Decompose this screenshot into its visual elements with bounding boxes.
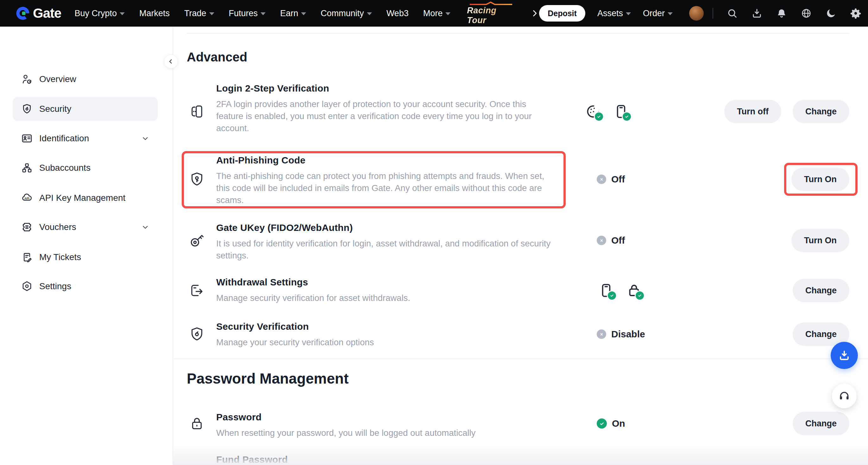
section-divider	[173, 358, 868, 359]
avatar[interactable]	[689, 6, 704, 21]
turn-off-button[interactable]: Turn off	[724, 100, 781, 123]
password-management-section-title: Password Management	[187, 370, 348, 387]
row-title: Anti-Phishing Code	[216, 155, 544, 166]
status: Off	[597, 235, 625, 246]
change-button[interactable]: Change	[793, 100, 849, 123]
verified-check-icon	[635, 290, 645, 300]
api-cloud-icon: API	[21, 192, 33, 204]
chevron-down-icon	[445, 12, 451, 15]
support-headset-fab[interactable]	[832, 384, 857, 408]
gear-icon[interactable]	[850, 8, 861, 19]
sidebar: Overview Security Identification Subacco…	[0, 27, 173, 465]
desc-line: feature is enabled, you must enter a ver…	[216, 110, 532, 122]
turn-on-button[interactable]: Turn On	[792, 168, 849, 191]
security-row-withdrawal-settings: Withdrawal Settings Manage security veri…	[187, 273, 849, 308]
desc-line: this code will be included in emails fro…	[216, 182, 544, 194]
change-button[interactable]: Change	[793, 412, 849, 435]
gate-logo-icon	[16, 6, 30, 20]
chevron-down-icon	[367, 12, 372, 15]
chevron-down-icon	[209, 12, 214, 15]
nav-left: Gate Buy Crypto Markets Trade Futures Ea…	[0, 1, 539, 25]
nav-item-buy-crypto[interactable]: Buy Crypto	[74, 8, 125, 18]
globe-icon[interactable]	[801, 8, 812, 19]
phone-icon	[598, 282, 614, 299]
nav-item-markets[interactable]: Markets	[139, 8, 170, 18]
row-actions: Turn off Change	[724, 100, 849, 123]
verified-check-icon	[622, 112, 632, 122]
password-row: Password When resetting your password, y…	[187, 408, 849, 440]
top-navigation: Gate Buy Crypto Markets Trade Futures Ea…	[0, 0, 868, 27]
search-icon[interactable]	[726, 8, 738, 19]
download-app-fab[interactable]	[831, 342, 858, 369]
chevron-down-icon	[141, 134, 149, 143]
row-text: Password When resetting your password, y…	[216, 412, 475, 439]
sidebar-item-identification[interactable]: Identification	[13, 126, 158, 150]
status-disabled-icon	[597, 329, 606, 339]
gate-logo[interactable]: Gate	[16, 6, 61, 21]
sidebar-item-label: API Key Management	[39, 193, 125, 203]
row-title: Security Verification	[216, 321, 374, 332]
subaccounts-icon	[21, 162, 33, 174]
nav-item-trade[interactable]: Trade	[184, 8, 214, 18]
row-title: Fund Password	[216, 454, 288, 465]
settings-icon	[21, 280, 33, 292]
verified-methods	[585, 103, 629, 120]
nav-label: Trade	[184, 8, 207, 18]
status-label: Disable	[611, 329, 645, 340]
desc-line: 2FA login provides another layer of prot…	[216, 98, 532, 110]
nav-label: Assets	[597, 8, 623, 18]
desc-line: Manage security verification for asset w…	[216, 292, 410, 304]
nav-item-order[interactable]: Order	[643, 8, 673, 18]
nav-item-community[interactable]: Community	[321, 8, 372, 18]
sidebar-item-api-key-management[interactable]: API API Key Management	[13, 186, 158, 210]
sidebar-item-label: Identification	[39, 133, 89, 144]
nav-item-more[interactable]: More	[423, 8, 451, 18]
section-divider	[187, 33, 849, 34]
desc-line: When resetting your password, you will b…	[216, 427, 475, 439]
sidebar-item-security[interactable]: Security	[13, 97, 158, 121]
id-card-icon	[21, 133, 33, 144]
desc-line: The anti-phishing code can protect you f…	[216, 170, 544, 182]
sidebar-item-settings[interactable]: Settings	[13, 274, 158, 298]
sidebar-item-label: Vouchers	[39, 222, 76, 232]
nav-item-earn[interactable]: Earn	[280, 8, 306, 18]
nav-item-web3[interactable]: Web3	[386, 8, 409, 18]
row-description: Manage your security verification option…	[216, 337, 374, 348]
row-description: It is used for identity verification for…	[216, 238, 551, 262]
desc-line: account.	[216, 122, 532, 134]
sidebar-item-label: My Tickets	[39, 252, 81, 262]
nav-item-assets[interactable]: Assets	[597, 8, 631, 18]
fund-password-row: Fund Password	[187, 451, 849, 465]
nav-label: Markets	[139, 8, 170, 18]
moon-icon[interactable]	[825, 8, 837, 19]
row-actions: Turn On	[792, 168, 849, 191]
nav-item-futures[interactable]: Futures	[229, 8, 266, 18]
status-on-icon	[597, 418, 607, 429]
change-button[interactable]: Change	[793, 279, 849, 302]
anti-phishing-shield-icon	[189, 171, 205, 187]
sidebar-item-label: Subaccounts	[39, 163, 91, 173]
desc-line: It is used for identity verification for…	[216, 238, 551, 250]
row-text: Anti-Phishing Code The anti-phishing cod…	[216, 155, 544, 206]
deposit-button[interactable]: Deposit	[539, 5, 585, 22]
sidebar-item-overview[interactable]: Overview	[13, 67, 158, 91]
security-row-gate-ukey: Gate UKey (FIDO2/WebAuthn) It is used fo…	[187, 219, 849, 260]
row-description: When resetting your password, you will b…	[216, 427, 475, 439]
bell-icon[interactable]	[776, 8, 787, 19]
chevron-down-icon	[626, 12, 631, 15]
row-text: Gate UKey (FIDO2/WebAuthn) It is used fo…	[216, 222, 551, 262]
sidebar-collapse-button[interactable]	[164, 55, 178, 68]
sidebar-item-my-tickets[interactable]: My Tickets	[13, 245, 158, 269]
nav-right: Deposit Assets Order	[539, 5, 868, 22]
nav-item-racing-tour[interactable]: Racing Tour	[467, 1, 515, 25]
download-icon[interactable]	[751, 8, 763, 19]
chevron-right-icon[interactable]	[530, 8, 539, 18]
row-description: Manage security verification for asset w…	[216, 292, 410, 304]
desc-line: Manage your security verification option…	[216, 337, 374, 348]
row-title: Gate UKey (FIDO2/WebAuthn)	[216, 222, 551, 233]
turn-on-button[interactable]: Turn On	[792, 229, 849, 252]
row-actions: Change	[793, 412, 849, 435]
sidebar-item-subaccounts[interactable]: Subaccounts	[13, 156, 158, 180]
sidebar-item-vouchers[interactable]: Vouchers	[13, 215, 158, 239]
row-title: Withdrawal Settings	[216, 277, 410, 288]
